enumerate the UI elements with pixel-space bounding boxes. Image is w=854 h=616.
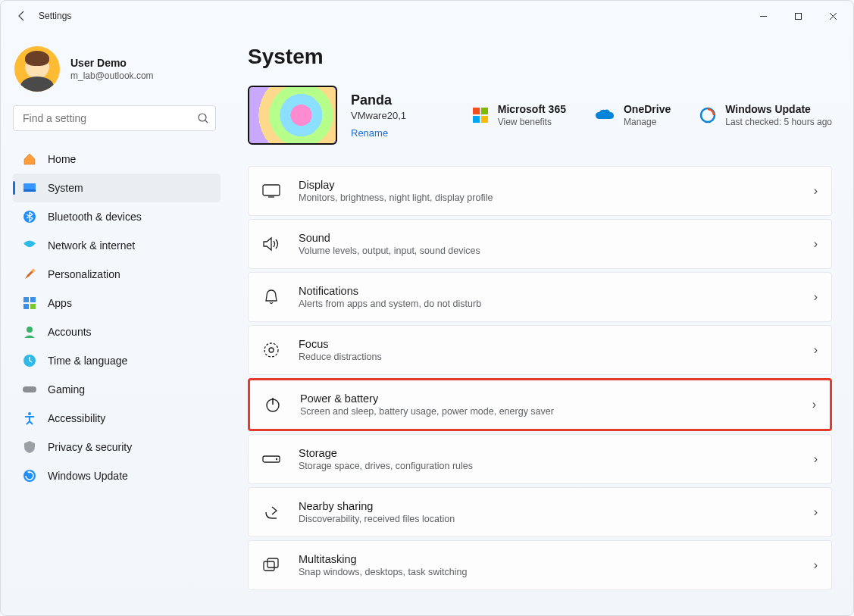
accessibility-icon: [22, 411, 37, 426]
sidebar-item-home[interactable]: Home: [13, 145, 221, 174]
sidebar-item-gaming[interactable]: Gaming: [13, 375, 221, 404]
content: User Demo m_lab@outlook.com Home System: [1, 31, 853, 615]
clock-icon: [22, 353, 37, 368]
home-icon: [22, 152, 37, 167]
back-button[interactable]: [10, 4, 34, 28]
svg-point-2: [199, 114, 206, 121]
sidebar-item-bluetooth[interactable]: Bluetooth & devices: [13, 202, 221, 231]
card-sub: Snap windows, desktops, task switching: [299, 567, 799, 577]
user-row[interactable]: User Demo m_lab@outlook.com: [13, 43, 221, 105]
card-sub: Alerts from apps and system, do not dist…: [299, 299, 799, 309]
sidebar-item-accessibility[interactable]: Accessibility: [13, 404, 221, 433]
sidebar-item-system[interactable]: System: [13, 174, 221, 202]
sidebar: User Demo m_lab@outlook.com Home System: [1, 31, 228, 615]
brush-icon: [22, 267, 37, 282]
nav-label: Accounts: [48, 326, 92, 338]
syslink-sub: Manage: [624, 117, 671, 127]
sidebar-item-privacy[interactable]: Privacy & security: [13, 433, 221, 461]
nav-label: System: [48, 182, 83, 194]
focus-icon: [259, 342, 283, 358]
card-sub: Volume levels, output, input, sound devi…: [299, 245, 799, 256]
syslink-title: Microsoft 365: [498, 103, 566, 115]
card-title: Multitasking: [299, 553, 799, 565]
chevron-right-icon: ›: [814, 452, 818, 466]
svg-rect-30: [264, 561, 274, 571]
nav-label: Privacy & security: [48, 441, 132, 453]
setting-sound[interactable]: Sound Volume levels, output, input, soun…: [248, 219, 832, 269]
pc-thumbnail[interactable]: [248, 86, 337, 145]
sidebar-item-windows-update[interactable]: Windows Update: [13, 461, 221, 490]
maximize-button[interactable]: [780, 4, 815, 28]
system-icon: [22, 180, 37, 195]
setting-focus[interactable]: Focus Reduce distractions ›: [248, 325, 832, 375]
close-icon: [829, 12, 837, 20]
setting-storage[interactable]: Storage Storage space, drives, configura…: [248, 434, 832, 484]
sidebar-item-accounts[interactable]: Accounts: [13, 317, 221, 346]
chevron-right-icon: ›: [814, 237, 818, 251]
svg-rect-17: [473, 108, 480, 114]
windows-update-icon: [699, 107, 716, 124]
syslink-sub: View benefits: [498, 117, 566, 127]
svg-rect-9: [30, 297, 36, 302]
sidebar-item-network[interactable]: Network & internet: [13, 231, 221, 260]
nav-label: Personalization: [48, 268, 120, 280]
windows-update-link[interactable]: Windows Update Last checked: 5 hours ago: [699, 103, 832, 127]
svg-point-15: [28, 412, 31, 415]
nav-label: Home: [48, 153, 76, 165]
chevron-right-icon: ›: [814, 505, 818, 519]
card-title: Focus: [299, 338, 799, 350]
card-title: Display: [299, 179, 799, 191]
back-arrow-icon: [16, 10, 28, 22]
setting-display[interactable]: Display Monitors, brightness, night ligh…: [248, 166, 832, 216]
nav-label: Apps: [48, 297, 72, 309]
search-input[interactable]: [21, 111, 197, 125]
svg-rect-8: [23, 297, 29, 302]
display-icon: [259, 184, 283, 198]
rename-link[interactable]: Rename: [351, 127, 442, 139]
pc-name: Panda: [351, 92, 442, 108]
sidebar-item-apps[interactable]: Apps: [13, 289, 221, 317]
svg-point-25: [269, 348, 274, 352]
main: System Panda VMware20,1 Rename M: [228, 31, 853, 615]
microsoft-365-link[interactable]: Microsoft 365 View benefits: [472, 103, 566, 127]
card-sub: Reduce distractions: [299, 352, 799, 362]
setting-power-battery[interactable]: Power & battery Screen and sleep, batter…: [248, 378, 832, 431]
sidebar-item-personalization[interactable]: Personalization: [13, 260, 221, 289]
setting-nearby-sharing[interactable]: Nearby sharing Discoverability, received…: [248, 487, 832, 537]
svg-rect-18: [481, 108, 488, 114]
setting-multitasking[interactable]: Multitasking Snap windows, desktops, tas…: [248, 540, 832, 590]
svg-rect-20: [481, 116, 488, 123]
svg-point-29: [276, 458, 277, 460]
syslink-title: OneDrive: [624, 103, 671, 115]
settings-window: Settings User Demo m_lab@outlook.com: [0, 0, 854, 616]
syslink-sub: Last checked: 5 hours ago: [725, 117, 832, 127]
card-sub: Storage space, drives, configuration rul…: [299, 461, 799, 471]
minimize-icon: [759, 12, 768, 20]
close-button[interactable]: [815, 4, 850, 28]
nav-label: Windows Update: [48, 470, 128, 482]
setting-notifications[interactable]: Notifications Alerts from apps and syste…: [248, 272, 832, 322]
card-title: Sound: [299, 232, 799, 244]
pc-row: Panda VMware20,1 Rename Microsoft 365 Vi…: [248, 86, 832, 145]
svg-rect-5: [23, 189, 36, 192]
nav: Home System Bluetooth & devices Network …: [13, 145, 221, 490]
search-box[interactable]: [13, 105, 216, 131]
shield-icon: [22, 439, 37, 455]
nav-label: Time & language: [48, 355, 127, 367]
multitask-icon: [259, 558, 283, 573]
svg-line-3: [205, 120, 208, 123]
onedrive-link[interactable]: OneDrive Manage: [595, 103, 671, 127]
sound-icon: [259, 236, 283, 252]
sidebar-item-time-language[interactable]: Time & language: [13, 346, 221, 375]
bell-icon: [259, 289, 283, 305]
svg-point-24: [264, 343, 278, 357]
window-controls: [746, 4, 850, 28]
ms365-icon: [472, 107, 489, 124]
card-title: Power & battery: [300, 392, 797, 405]
chevron-right-icon: ›: [814, 343, 818, 357]
pc-model: VMware20,1: [351, 110, 442, 121]
chevron-right-icon: ›: [814, 558, 818, 572]
card-title: Storage: [299, 447, 799, 459]
svg-point-12: [27, 327, 33, 333]
minimize-button[interactable]: [746, 4, 780, 28]
